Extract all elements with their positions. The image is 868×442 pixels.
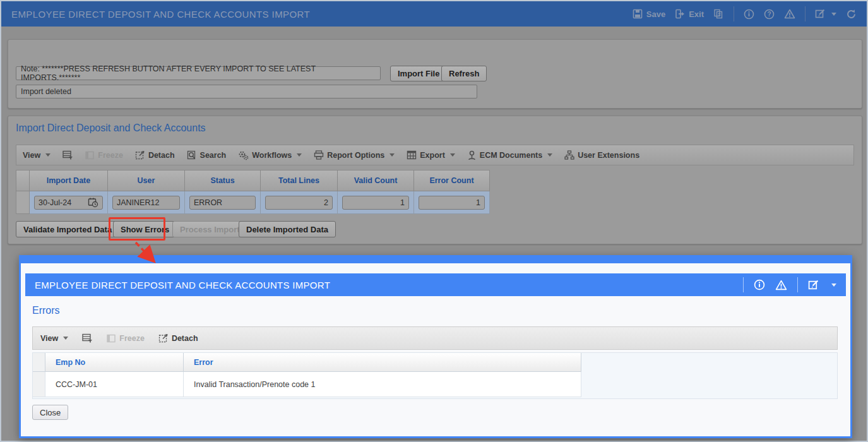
screen-frame: EMPLOYEE DIRECT DEPOSIT AND CHECK ACCOUN…	[0, 0, 868, 442]
dialog-header: EMPLOYEE DIRECT DEPOSIT AND CHECK ACCOUN…	[25, 273, 846, 296]
row-header-cell[interactable]	[16, 191, 30, 214]
note-field[interactable]: Note: *******PRESS REFRESH BUTTON AFTER …	[16, 66, 381, 80]
column-header-error[interactable]: Error	[184, 353, 581, 372]
edit-icon	[815, 9, 826, 19]
exit-label: Exit	[689, 9, 704, 19]
chevron-down-icon	[297, 153, 302, 157]
row-header-cell[interactable]	[33, 372, 45, 397]
edit-icon[interactable]	[808, 280, 819, 290]
row-header-cell	[33, 353, 45, 372]
table-row[interactable]: CCC-JM-01 Invalid Transaction/Prenote co…	[33, 372, 581, 397]
view-menu[interactable]: View	[40, 334, 68, 343]
toolbar-separator	[743, 277, 744, 292]
close-button[interactable]: Close	[32, 405, 68, 420]
toolbar-separator	[805, 6, 806, 21]
detach-label: Detach	[172, 334, 198, 343]
view-menu[interactable]: View	[23, 151, 51, 160]
note-text: Note: *******PRESS REFRESH BUTTON AFTER …	[21, 64, 376, 82]
status-input[interactable]: ERROR	[189, 196, 256, 210]
status-cell: ERROR	[185, 191, 261, 214]
org-chart-icon	[564, 150, 574, 160]
total-lines-value: 2	[324, 198, 328, 207]
export-label: Export	[420, 151, 445, 160]
column-header-user[interactable]: User	[108, 170, 185, 191]
column-header-error-count[interactable]: Error Count	[414, 170, 490, 191]
freeze-label: Freeze	[98, 151, 123, 160]
column-header-import-date[interactable]: Import Date	[30, 170, 108, 191]
annotation-highlight-box	[109, 217, 165, 241]
save-button[interactable]: Save	[633, 9, 665, 19]
warning-icon	[784, 9, 795, 19]
chevron-down-icon	[45, 153, 51, 157]
chevron-down-icon	[831, 13, 836, 16]
freeze-icon	[107, 334, 116, 343]
total-lines-cell: 2	[261, 191, 338, 214]
import-status-text: Import deleted	[21, 87, 71, 96]
import-status-field: Import deleted	[16, 85, 477, 99]
app-header: EMPLOYEE DIRECT DEPOSIT AND CHECK ACCOUN…	[1, 1, 867, 27]
validate-imported-data-button[interactable]: Validate Imported Data	[16, 221, 119, 237]
detach-button[interactable]: Detach	[158, 333, 198, 343]
info-icon	[744, 9, 754, 20]
column-header-status[interactable]: Status	[185, 170, 261, 191]
warnings-button[interactable]	[784, 9, 795, 19]
delete-imported-data-button[interactable]: Delete Imported Data	[239, 221, 336, 237]
exit-button[interactable]: Exit	[675, 9, 704, 19]
chevron-down-icon	[389, 153, 395, 157]
view-label: View	[40, 334, 58, 343]
gears-icon	[238, 150, 249, 160]
help-icon: ?	[764, 9, 775, 20]
query-by-example-button[interactable]	[62, 150, 73, 160]
query-by-example-button[interactable]	[82, 333, 93, 343]
edit-menu-button[interactable]	[815, 9, 836, 19]
error-count-cell: 1	[414, 191, 490, 214]
ecm-documents-menu[interactable]: ECM Documents	[467, 150, 552, 160]
spreadsheet-icon	[407, 150, 417, 160]
import-date-input[interactable]: 30-Jul-24	[34, 196, 103, 210]
report-options-label: Report Options	[327, 151, 384, 160]
dialog-title: EMPLOYEE DIRECT DEPOSIT AND CHECK ACCOUN…	[35, 280, 330, 290]
app-header-toolbar: Save Exit ?	[633, 6, 857, 21]
info-icon[interactable]	[754, 279, 765, 290]
table-row[interactable]: 30-Jul-24 JANINER12 ERROR	[16, 191, 490, 214]
view-label: View	[23, 151, 40, 160]
error-count-value: 1	[476, 198, 480, 207]
save-icon	[633, 9, 643, 19]
search-button[interactable]: Search	[187, 150, 227, 160]
page-title: EMPLOYEE DIRECT DEPOSIT AND CHECK ACCOUN…	[11, 9, 310, 20]
valid-count-input[interactable]: 1	[342, 196, 409, 210]
column-header-valid-count[interactable]: Valid Count	[338, 170, 414, 191]
exit-icon	[675, 9, 685, 19]
help-button[interactable]: ?	[764, 9, 775, 20]
import-date-value: 30-Jul-24	[39, 198, 71, 207]
process-import-button: Process Import	[172, 221, 247, 237]
chevron-down-icon[interactable]	[831, 284, 836, 287]
column-header-emp-no[interactable]: Emp No	[45, 353, 184, 372]
valid-count-value: 1	[400, 198, 405, 207]
error-count-input[interactable]: 1	[419, 196, 485, 210]
save-label: Save	[646, 9, 665, 19]
export-menu[interactable]: Export	[407, 150, 455, 160]
report-options-menu[interactable]: Report Options	[314, 150, 395, 160]
status-value: ERROR	[194, 198, 222, 207]
detach-button[interactable]: Detach	[135, 150, 175, 160]
warning-icon[interactable]	[775, 280, 787, 290]
workflows-menu[interactable]: Workflows	[238, 150, 302, 160]
freeze-label: Freeze	[119, 334, 145, 343]
chevron-down-icon	[450, 153, 455, 157]
total-lines-input[interactable]: 2	[265, 196, 333, 210]
user-cell: JANINER12	[108, 191, 185, 214]
user-extensions-button[interactable]: User Extensions	[564, 150, 639, 160]
workflows-label: Workflows	[252, 151, 292, 160]
import-file-button[interactable]: Import File	[390, 66, 447, 81]
column-header-total-lines[interactable]: Total Lines	[261, 170, 338, 191]
date-picker-icon[interactable]	[88, 197, 98, 208]
refresh-page-button[interactable]	[846, 9, 857, 20]
user-input[interactable]: JANINER12	[112, 196, 180, 210]
reports-button[interactable]	[713, 9, 724, 19]
valid-count-cell: 1	[338, 191, 414, 214]
info-button[interactable]	[744, 9, 754, 20]
freeze-button: Freeze	[85, 151, 123, 160]
user-extensions-label: User Extensions	[578, 151, 639, 160]
refresh-button[interactable]: Refresh	[441, 66, 487, 81]
